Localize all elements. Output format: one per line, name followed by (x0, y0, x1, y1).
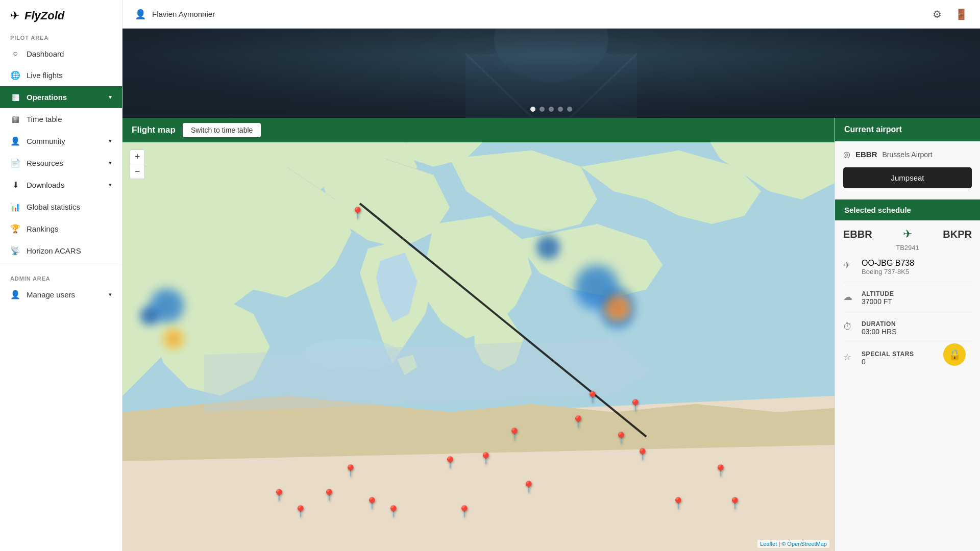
content-row: Flight map Switch to time table + − (122, 118, 980, 551)
pin-8: 📍 (443, 456, 457, 469)
star-icon: ☆ (843, 352, 855, 363)
sidebar-item-label: Live flights (27, 71, 63, 80)
map-zoom-controls: + − (130, 149, 145, 179)
schedule-airports: EBBR ✈ BKPR (843, 228, 972, 241)
hero-banner (122, 29, 980, 118)
altitude-icon: ☁ (843, 291, 855, 303)
sidebar-item-operations[interactable]: ▦ Operations ▾ (0, 86, 122, 108)
chevron-down-icon: ▾ (109, 182, 112, 188)
sidebar-item-label: Manage users (27, 290, 75, 299)
map-section: Flight map Switch to time table + − (122, 118, 835, 551)
altitude-info: ALTITUDE 37000 FT (862, 290, 894, 306)
pin-15: 📍 (272, 489, 286, 502)
topbar: 👤 Flavien Aymonnier ⚙ 🚪 (122, 0, 980, 29)
logout-icon[interactable]: 🚪 (955, 8, 968, 20)
pin-4: 📍 (614, 432, 628, 445)
pin-3: 📍 (571, 415, 585, 429)
sidebar-item-label: Dashboard (27, 49, 64, 58)
leaflet-link[interactable]: Leaflet (760, 541, 777, 547)
duration-info: DURATION 03:00 HRS (862, 320, 896, 336)
airport-icon: ◎ (843, 149, 850, 159)
sidebar-item-live-flights[interactable]: 🌐 Live flights (0, 64, 122, 86)
map-container[interactable]: + − (122, 142, 835, 551)
aircraft-info: OO-JBG B738 Boeing 737-8K5 (862, 259, 914, 276)
chevron-down-icon: ▾ (109, 138, 112, 144)
altitude-detail-row: ☁ ALTITUDE 37000 FT (843, 290, 972, 312)
main-content: 👤 Flavien Aymonnier ⚙ 🚪 Flight (122, 0, 980, 551)
sidebar-divider (0, 265, 122, 265)
username: Flavien Aymonnier (152, 10, 215, 18)
map-attribution: Leaflet | © OpenStreetMap (757, 540, 829, 548)
map-background (122, 142, 835, 551)
aircraft-reg-type: OO-JBG B738 (862, 259, 914, 268)
sidebar-item-resources[interactable]: 📄 Resources ▾ (0, 152, 122, 174)
duration-icon: ⏱ (843, 321, 855, 332)
hero-dot-5[interactable] (567, 107, 572, 112)
zoom-out-button[interactable]: − (130, 164, 144, 179)
pin-13: 📍 (386, 505, 400, 518)
pin-14: 📍 (457, 505, 471, 518)
schedule-to: BKPR (943, 229, 972, 240)
pin-10: 📍 (344, 464, 357, 478)
schedule-from: EBBR (843, 229, 872, 240)
resources-icon: 📄 (10, 158, 20, 168)
current-airport-body: ◎ EBBR Brussels Airport Jumpseat (835, 141, 980, 199)
switch-to-timetable-button[interactable]: Switch to time table (183, 123, 261, 137)
pin-6: 📍 (507, 428, 521, 441)
altitude-label: ALTITUDE (862, 290, 894, 297)
sidebar-item-label: Time table (27, 115, 62, 123)
sidebar-item-downloads[interactable]: ⬇ Downloads ▾ (0, 174, 122, 196)
lock-badge: 🔒 (943, 343, 966, 366)
sidebar-item-rankings[interactable]: 🏆 Rankings (0, 218, 122, 240)
hero-dot-4[interactable] (558, 107, 563, 112)
sidebar-item-label: Global statistics (27, 203, 80, 211)
current-airport-header: Current airport (835, 118, 980, 141)
hero-dots (530, 107, 572, 112)
pin-19: 📍 (714, 464, 727, 478)
sidebar-item-horizon-acars[interactable]: 📡 Horizon ACARS (0, 240, 122, 262)
map-header: Flight map Switch to time table (122, 118, 835, 142)
pin-17: 📍 (671, 497, 685, 510)
logo-icon: ✈ (10, 9, 19, 22)
airport-code: EBBR (855, 150, 877, 159)
sidebar-item-label: Horizon ACARS (27, 246, 81, 255)
timetable-icon: ▦ (10, 114, 20, 124)
admin-area-label: ADMIN AREA (0, 268, 122, 284)
schedule-arrow-icon: ✈ (903, 228, 912, 241)
special-stars-label: SPECIAL STARS (862, 350, 914, 358)
operations-icon: ▦ (10, 92, 20, 102)
statistics-icon: 📊 (10, 202, 20, 212)
aircraft-reg: OO-JBG (862, 259, 893, 267)
pin-16: 📍 (293, 505, 307, 518)
settings-icon[interactable]: ⚙ (933, 8, 942, 20)
jumpseat-button[interactable]: Jumpseat (843, 167, 972, 188)
special-stars-value: 0 (862, 358, 914, 366)
hero-dot-1[interactable] (530, 107, 535, 112)
aircraft-type: B738 (895, 259, 914, 267)
pin-9: 📍 (522, 481, 535, 494)
duration-label: DURATION (862, 320, 896, 328)
hero-dot-3[interactable] (549, 107, 554, 112)
sidebar-item-global-statistics[interactable]: 📊 Global statistics (0, 196, 122, 218)
sidebar-item-dashboard[interactable]: ○ Dashboard (0, 43, 122, 64)
sidebar-item-manage-users[interactable]: 👤 Manage users ▾ (0, 284, 122, 306)
departure-pin: 📍 (351, 207, 364, 220)
airport-name: Brussels Airport (883, 151, 933, 159)
logo-text: FlyZold (24, 9, 64, 22)
osm-link[interactable]: © OpenStreetMap (781, 541, 827, 547)
pilot-area-label: PILOT AREA (0, 28, 122, 43)
dashboard-icon: ○ (10, 49, 20, 58)
aircraft-icon: ✈ (843, 260, 855, 271)
globe-icon: 🌐 (10, 70, 20, 80)
community-icon: 👤 (10, 136, 20, 146)
pin-18: 📍 (728, 497, 742, 510)
zoom-in-button[interactable]: + (130, 150, 144, 164)
sidebar-item-time-table[interactable]: ▦ Time table (0, 108, 122, 130)
chevron-down-icon: ▾ (109, 160, 112, 166)
lock-icon: 🔒 (948, 348, 961, 361)
sidebar-item-community[interactable]: 👤 Community ▾ (0, 130, 122, 152)
sidebar-item-label: Rankings (27, 224, 59, 233)
special-stars-info: SPECIAL STARS 0 (862, 350, 914, 366)
hero-dot-2[interactable] (540, 107, 545, 112)
pin-7: 📍 (479, 452, 493, 465)
